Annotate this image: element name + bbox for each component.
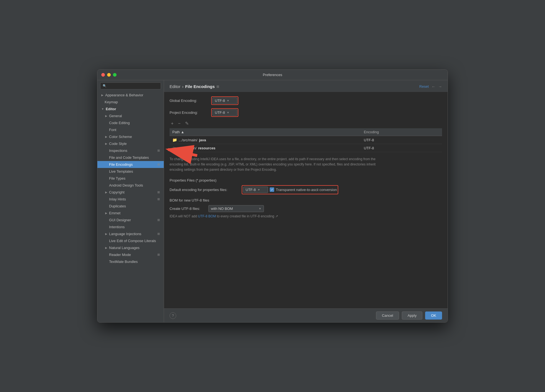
expand-icon: ▶ — [105, 114, 107, 117]
close-button[interactable] — [101, 73, 105, 77]
breadcrumb-parent: Editor — [170, 84, 180, 89]
project-encoding-dropdown[interactable]: UTF-8 ▼ — [212, 109, 237, 116]
transparent-conversion-area: ✓ Transparent native-to-ascii conversion — [270, 187, 337, 192]
sidebar-item-label: File Types — [109, 176, 125, 180]
sidebar-item-code-style[interactable]: ▶ Code Style — [97, 140, 164, 147]
properties-encoding-dropdown[interactable]: UTF-8 ▼ — [243, 187, 268, 193]
settings-icon: ⊞ — [157, 197, 160, 201]
window-controls — [101, 73, 117, 77]
project-encoding-row: Project Encoding: UTF-8 ▼ — [170, 108, 442, 117]
minimize-button[interactable] — [107, 73, 111, 77]
settings-icon: ⊞ — [157, 163, 160, 166]
sidebar-list: ▶ Appearance & Behavior Keymap ▼ Editor … — [97, 92, 164, 322]
project-encoding-label: Project Encoding: — [170, 110, 208, 115]
cancel-button[interactable]: Cancel — [376, 311, 399, 320]
transparent-conversion-label: Transparent native-to-ascii conversion — [276, 188, 337, 192]
properties-section-title: Properties Files (*.properties) — [170, 178, 442, 182]
settings-icon: ⊞ — [157, 253, 160, 257]
help-button[interactable]: ? — [170, 312, 176, 319]
maximize-button[interactable] — [113, 73, 117, 77]
preferences-window: Preferences 🔍 ▶ Appearance & Behavior Ke… — [97, 69, 448, 323]
settings-icon: ⊞ — [157, 232, 160, 236]
reset-button[interactable]: Reset — [419, 84, 429, 89]
props-controls-wrapper: UTF-8 ▼ ✓ Transparent native-to-ascii co… — [242, 185, 338, 194]
sidebar-item-reader-mode[interactable]: Reader Mode ⊞ — [97, 251, 164, 258]
path-cell: 📁 .../src/main/java — [172, 138, 358, 142]
project-encoding-dropdown-wrapper: UTF-8 ▼ — [211, 108, 238, 117]
sidebar-item-intentions[interactable]: Intentions — [97, 223, 164, 230]
sidebar-item-label: Editor — [106, 107, 116, 111]
sidebar-item-font[interactable]: Font — [97, 126, 164, 133]
breadcrumb-separator: › — [182, 84, 183, 89]
dropdown-arrow-icon: ▼ — [258, 188, 260, 191]
ok-button[interactable]: OK — [425, 311, 442, 320]
dropdown-arrow-icon: ▼ — [227, 111, 229, 114]
sidebar-item-copyright[interactable]: ▶ Copyright ⊞ — [97, 189, 164, 196]
global-encoding-dropdown-wrapper: UTF-8 ▼ — [211, 96, 238, 105]
sidebar-item-editor[interactable]: ▼ Editor — [97, 105, 164, 112]
encoding-cell: UTF-8 — [361, 136, 442, 144]
path-bold: java — [199, 138, 206, 142]
project-encoding-value: UTF-8 — [215, 110, 225, 115]
remove-button[interactable]: − — [176, 120, 182, 127]
folder-icon: 🗂 — [172, 146, 176, 150]
global-encoding-label: Global Encoding: — [170, 99, 208, 103]
add-button[interactable]: + — [170, 120, 175, 127]
settings-icon: ⊞ — [157, 190, 160, 194]
sidebar-item-android-design-tools[interactable]: Android Design Tools — [97, 182, 164, 189]
path-prefix: .../src/main/ — [178, 146, 196, 150]
sidebar-item-live-edit[interactable]: Live Edit of Compose Literals — [97, 237, 164, 244]
sidebar-item-file-code-templates[interactable]: File and Code Templates — [97, 154, 164, 161]
transparent-conversion-checkbox[interactable]: ✓ — [270, 187, 274, 192]
sidebar-item-label: GUI Designer — [109, 218, 131, 222]
bom-note: IDEA will NOT add UTF-8 BOM to every cre… — [170, 214, 442, 218]
sidebar: 🔍 ▶ Appearance & Behavior Keymap ▼ Edito… — [97, 80, 164, 322]
table-row[interactable]: 📁 .../src/main/java UTF-8 — [170, 136, 442, 144]
sidebar-item-natural-languages[interactable]: ▶ Natural Languages — [97, 244, 164, 251]
sidebar-item-label: Android Design Tools — [109, 183, 143, 187]
sidebar-item-label: Language Injections — [109, 232, 141, 236]
sidebar-item-inlay-hints[interactable]: Inlay Hints ⊞ — [97, 196, 164, 203]
encoding-column-header[interactable]: Encoding — [361, 128, 442, 136]
sidebar-item-label: File and Code Templates — [109, 155, 149, 160]
path-column-header[interactable]: Path ▲ — [170, 128, 361, 136]
properties-encoding-value: UTF-8 — [246, 188, 256, 192]
sidebar-item-file-encodings[interactable]: File Encodings ⊞ — [97, 161, 164, 168]
path-bold: resources — [198, 146, 215, 150]
table-row[interactable]: 🗂 .../src/main/resources UTF-8 — [170, 144, 442, 152]
sidebar-item-label: Code Style — [109, 142, 127, 146]
sidebar-item-label: TextMate Bundles — [109, 260, 138, 264]
sidebar-item-live-templates[interactable]: Live Templates — [97, 168, 164, 175]
properties-encoding-label: Default encoding for properties files: — [170, 188, 239, 192]
settings-icon: ⊞ — [157, 149, 160, 152]
sidebar-item-label: Color Scheme — [109, 135, 132, 139]
dropdown-arrow-icon: ▼ — [259, 207, 261, 210]
sidebar-item-duplicates[interactable]: Duplicates — [97, 203, 164, 210]
sidebar-item-appearance[interactable]: ▶ Appearance & Behavior — [97, 92, 164, 99]
apply-button[interactable]: Apply — [402, 311, 423, 320]
bom-utf8-link[interactable]: UTF-8 BOM — [198, 214, 216, 218]
search-box[interactable]: 🔍 — [100, 82, 161, 89]
sidebar-item-inspections[interactable]: Inspections ⊞ — [97, 147, 164, 154]
sidebar-item-label: Emmet — [109, 211, 120, 215]
nav-back-button[interactable]: ← — [432, 84, 435, 89]
settings-icon: ⊞ — [216, 85, 219, 89]
sidebar-item-keymap[interactable]: Keymap — [97, 99, 164, 105]
sidebar-item-emmet[interactable]: ▶ Emmet — [97, 210, 164, 217]
sidebar-item-textmate-bundles[interactable]: TextMate Bundles — [97, 258, 164, 265]
sidebar-item-color-scheme[interactable]: ▶ Color Scheme — [97, 133, 164, 140]
sidebar-item-label: Natural Languages — [109, 246, 140, 250]
nav-forward-button[interactable]: → — [438, 84, 442, 89]
breadcrumb: Editor › File Encodings ⊞ — [170, 84, 219, 89]
sidebar-item-label: Live Templates — [109, 169, 133, 174]
sidebar-item-general[interactable]: ▶ General — [97, 112, 164, 119]
sidebar-item-language-injections[interactable]: ▶ Language Injections ⊞ — [97, 230, 164, 237]
sidebar-item-label: Duplicates — [109, 204, 126, 208]
sidebar-item-code-editing[interactable]: Code Editing — [97, 119, 164, 126]
edit-button[interactable]: ✎ — [184, 120, 190, 127]
expand-icon: ▶ — [105, 246, 107, 249]
bom-select-dropdown[interactable]: with NO BOM ▼ — [208, 205, 264, 212]
global-encoding-dropdown[interactable]: UTF-8 ▼ — [212, 97, 237, 104]
sidebar-item-gui-designer[interactable]: GUI Designer ⊞ — [97, 217, 164, 223]
sidebar-item-file-types[interactable]: File Types — [97, 175, 164, 182]
